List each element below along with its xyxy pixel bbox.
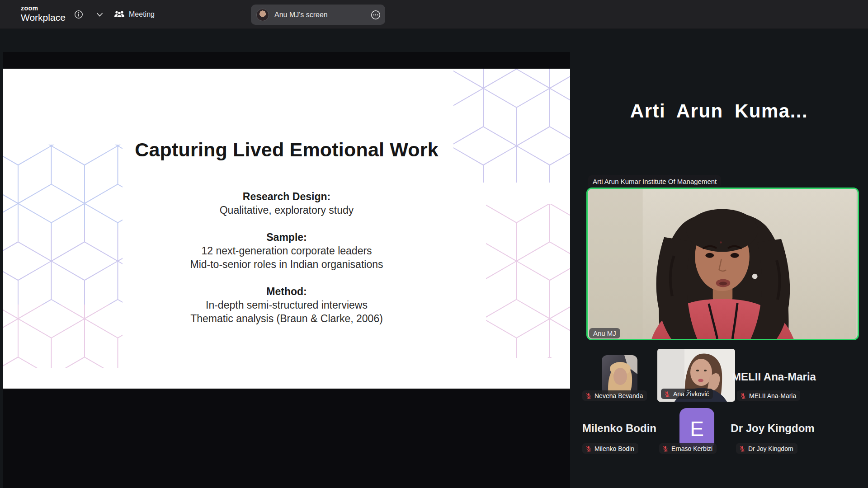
muted-mic-icon [740, 393, 746, 399]
expand-menu-button[interactable] [93, 0, 106, 29]
muted-mic-icon [585, 393, 592, 399]
pill-label: Dr Joy Kingdom [748, 445, 793, 452]
pill-label: Ana Živković [673, 390, 709, 398]
muted-mic-icon [739, 446, 745, 452]
section-line: Thematic analysis (Braun & Clarke, 2006) [3, 312, 570, 325]
section-line: Qualitative, exploratory study [3, 203, 570, 217]
section-line: In-depth semi-structured interviews [3, 298, 570, 312]
active-speaker-video[interactable] [586, 188, 859, 340]
pill-label: Nevena Bevanda [594, 392, 643, 399]
tab-meeting[interactable]: Meeting [114, 0, 155, 29]
ernaso-initial: E [690, 417, 704, 441]
muted-mic-icon [585, 446, 592, 452]
zoom-workplace-logo: zoom Workplace [21, 5, 66, 22]
slide-section-sample: Sample: 12 next-generation corporate lea… [3, 230, 570, 271]
section-heading: Method: [3, 285, 570, 298]
logo-workplace-text: Workplace [21, 13, 66, 22]
chevron-down-icon [97, 13, 103, 17]
slide-section-research-design: Research Design: Qualitative, explorator… [3, 190, 570, 217]
speaker-video-frame [588, 189, 858, 339]
speaker-name-tag: Anu MJ [589, 328, 620, 338]
section-line: Mid-to-senior roles in Indian organisati… [3, 258, 570, 271]
ellipsis-circle-icon [371, 10, 381, 20]
pill-label: MELII Ana-Maria [749, 392, 796, 399]
participants-icon [114, 10, 125, 19]
share-options-button[interactable] [371, 10, 381, 20]
section-heading: Research Design: [3, 190, 570, 203]
info-icon [74, 10, 83, 19]
top-bar: zoom Workplace Meeting Anu MJ's screen [0, 0, 868, 29]
meeting-info-button[interactable] [71, 0, 86, 29]
slide-section-method: Method: In-depth semi-structured intervi… [3, 285, 570, 325]
section-line: 12 next-generation corporate leaders [3, 244, 570, 258]
name-pill-drjoy: Dr Joy Kingdom [736, 443, 797, 454]
name-pill-ana: Ana Živković [661, 389, 713, 399]
shared-screen-viewport: Capturing Lived Emotional Work Research … [3, 52, 570, 488]
presentation-slide: Capturing Lived Emotional Work Research … [3, 69, 570, 389]
name-pill-nevena: Nevena Bevanda [582, 390, 647, 401]
speaker-organisation-tag: Arti Arun Kumar Institute Of Management [588, 175, 721, 188]
pill-label: Milenko Bodin [594, 445, 634, 452]
participant-name-melii: MELII Ana-Maria [706, 371, 842, 383]
participant-name-drjoy: Dr Joy Kingdom [705, 422, 840, 435]
participant-name-milenko: Milenko Bodin [552, 422, 687, 435]
muted-mic-icon [662, 446, 669, 452]
logo-zoom-text: zoom [21, 5, 66, 11]
shared-screen-pill[interactable]: Anu MJ's screen [251, 5, 385, 25]
name-pill-ernaso: Ernaso Kerbizi [659, 443, 717, 454]
meeting-tab-label: Meeting [129, 10, 155, 19]
active-speaker-name-title: Arti Arun Kuma... [570, 100, 868, 122]
presenter-avatar [256, 9, 269, 21]
name-pill-melii: MELII Ana-Maria [737, 390, 800, 401]
pill-label: Ernaso Kerbizi [671, 445, 712, 452]
shared-screen-label: Anu MJ's screen [274, 11, 371, 19]
slide-title: Capturing Lived Emotional Work [3, 139, 570, 161]
name-pill-milenko: Milenko Bodin [582, 443, 638, 454]
cube-pattern-decoration [3, 69, 570, 389]
section-heading: Sample: [3, 230, 570, 244]
muted-mic-icon [664, 391, 670, 397]
